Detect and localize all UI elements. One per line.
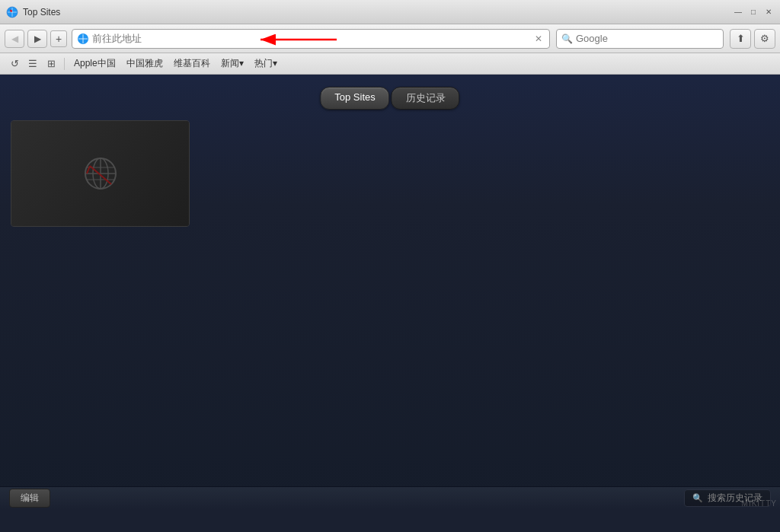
minimize-button[interactable]: — — [733, 7, 743, 18]
toolbar: ◀ ▶ + ✕ 🔍 ⬆ ⚙ — [0, 24, 780, 53]
title-bar: Top Sites — □ ✕ — [0, 0, 780, 24]
close-button[interactable]: ✕ — [763, 7, 774, 18]
toolbar-right-buttons: ⬆ ⚙ — [730, 29, 775, 49]
new-tab-button[interactable]: + — [50, 30, 67, 47]
address-bar[interactable]: ✕ — [72, 29, 550, 49]
window-controls: — □ ✕ — [733, 7, 774, 18]
settings-button[interactable]: ⚙ — [754, 29, 775, 49]
site-thumbnail-inner — [11, 121, 189, 226]
window-title: Top Sites — [23, 7, 774, 18]
reload-icon-btn[interactable]: ↺ — [6, 56, 23, 72]
bookmark-yahoo[interactable]: 中国雅虎 — [122, 56, 168, 72]
tab-history[interactable]: 历史记录 — [392, 87, 460, 110]
tab-top-sites[interactable]: Top Sites — [320, 87, 389, 110]
watermark: MIKITTY — [742, 499, 777, 508]
grid-icon-btn[interactable]: ⊞ — [43, 56, 59, 72]
safari-icon — [6, 6, 18, 18]
edit-button[interactable]: 编辑 — [9, 489, 50, 508]
site-thumbnail-1[interactable] — [11, 120, 190, 227]
search-icon: 🔍 — [561, 33, 573, 44]
bookmark-wikipedia[interactable]: 维基百科 — [169, 56, 215, 72]
address-clear-button[interactable]: ✕ — [532, 33, 545, 45]
forward-button[interactable]: ▶ — [27, 30, 47, 48]
bookmark-apple[interactable]: Apple中国 — [69, 56, 120, 72]
bookmark-separator — [64, 58, 65, 70]
maximize-button[interactable]: □ — [748, 7, 759, 18]
search-bar[interactable]: 🔍 — [556, 29, 724, 49]
tab-strip: Top Sites 历史记录 — [320, 87, 459, 110]
bookmark-hot[interactable]: 热门▾ — [250, 56, 282, 72]
back-button[interactable]: ◀ — [5, 30, 24, 48]
main-content: Top Sites 历史记录 编辑 🔍 搜索历史 — [0, 75, 780, 509]
address-input[interactable] — [92, 33, 532, 44]
share-button[interactable]: ⬆ — [730, 29, 751, 49]
search-input[interactable] — [576, 33, 718, 44]
bottom-bar: 编辑 🔍 搜索历史记录 — [0, 486, 780, 509]
address-favicon — [77, 33, 89, 45]
bookmark-news[interactable]: 新闻▾ — [216, 56, 248, 72]
bookmarks-bar: ↺ ☰ ⊞ Apple中国 中国雅虎 维基百科 新闻▾ 热门▾ — [0, 53, 780, 75]
reader-icon-btn[interactable]: ☰ — [24, 56, 41, 72]
site-grid — [11, 120, 190, 227]
search-history-icon: 🔍 — [692, 493, 703, 503]
